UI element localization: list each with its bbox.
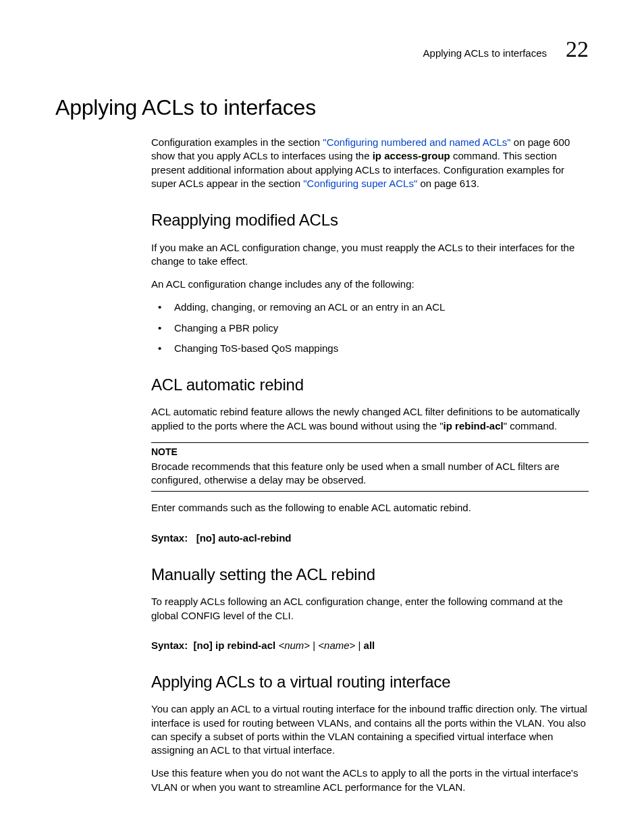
- body-text: An ACL configuration change includes any…: [151, 278, 589, 291]
- link-configuring-numbered[interactable]: "Configuring numbered and named ACLs": [323, 136, 510, 148]
- heading-virtual-routing: Applying ACLs to a virtual routing inter…: [151, 671, 589, 693]
- intro-text: on page 613.: [417, 178, 479, 189]
- intro-text: Configuration examples in the section: [151, 136, 323, 148]
- heading-auto-rebind: ACL automatic rebind: [151, 374, 589, 396]
- syntax-sep: |: [310, 640, 318, 651]
- body-text: Use this feature when you do not want th…: [151, 766, 589, 794]
- syntax-line: Syntax: [no] auto-acl-rebind: [151, 531, 589, 545]
- body-content: Configuration examples in the section "C…: [151, 136, 589, 794]
- syntax-sep: |: [355, 640, 363, 651]
- list-item: Changing a PBR policy: [151, 321, 589, 335]
- bullet-list: Adding, changing, or removing an ACL or …: [151, 301, 589, 355]
- list-item: Changing ToS-based QoS mappings: [151, 342, 589, 355]
- list-item-text: Adding, changing, or removing an ACL or …: [174, 301, 445, 313]
- running-title: Applying ACLs to interfaces: [423, 47, 547, 60]
- heading-reapplying: Reapplying modified ACLs: [151, 209, 589, 231]
- heading-manual-rebind: Manually setting the ACL rebind: [151, 564, 589, 585]
- syntax-label: Syntax:: [151, 640, 188, 651]
- list-item: Adding, changing, or removing an ACL or …: [151, 301, 589, 314]
- syntax-arg-num: <num>: [278, 640, 310, 651]
- page-title: Applying ACLs to interfaces: [55, 93, 589, 122]
- syntax-all: all: [364, 640, 375, 651]
- syntax-arg-name: <name>: [318, 640, 355, 651]
- page: Applying ACLs to interfaces 22 Applying …: [0, 0, 644, 834]
- intro-paragraph: Configuration examples in the section "C…: [151, 136, 589, 190]
- link-configuring-super[interactable]: "Configuring super ACLs": [303, 178, 417, 189]
- note-box: NOTE Brocade recommends that this featur…: [151, 442, 589, 492]
- body-text: You can apply an ACL to a virtual routin…: [151, 702, 589, 757]
- body-text: " command.: [504, 420, 558, 432]
- body-text: Enter commands such as the following to …: [151, 501, 589, 515]
- running-header: Applying ACLs to interfaces 22: [55, 38, 589, 61]
- syntax-label: Syntax:: [151, 532, 188, 544]
- command-ip-access-group: ip access-group: [373, 150, 450, 161]
- body-text: ACL automatic rebind feature allows the …: [151, 405, 589, 433]
- note-body: Brocade recommends that this feature onl…: [151, 460, 589, 488]
- body-text: If you make an ACL configuration change,…: [151, 241, 589, 269]
- list-item-text: Changing ToS-based QoS mappings: [174, 342, 338, 354]
- command-ip-rebind-acl: ip rebind-acl: [444, 420, 504, 432]
- chapter-number: 22: [566, 38, 589, 61]
- list-item-text: Changing a PBR policy: [174, 322, 278, 334]
- syntax-body: [no] auto-acl-rebind: [196, 532, 292, 544]
- note-label: NOTE: [151, 446, 589, 459]
- body-text: To reapply ACLs following an ACL configu…: [151, 595, 589, 623]
- syntax-prefix: [no] ip rebind-acl: [194, 640, 279, 651]
- syntax-line: Syntax: [no] ip rebind-acl <num> | <name…: [151, 639, 589, 652]
